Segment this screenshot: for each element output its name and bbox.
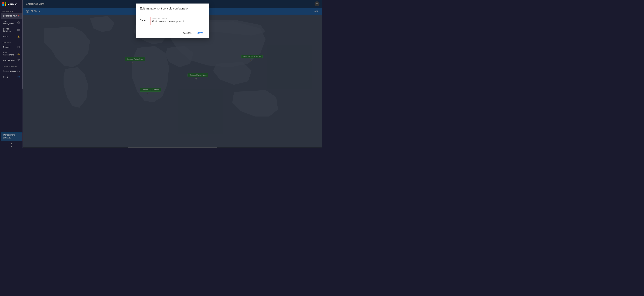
management-console-version: Version 22.3.4 [3,138,20,139]
admin-section-label: ADMINISTRATION [0,63,23,68]
save-button[interactable]: SAVE [196,31,205,36]
users-icon: 👥 [17,75,20,78]
nav-section-label: NAVIGATION [0,8,23,13]
ms-logo-blue [2,4,4,6]
sidebar-item-device-inventory[interactable]: Device Inventory [1,26,22,33]
site-management-label: Site Management [3,20,17,25]
modal-header: Edit management console configuration [136,4,210,13]
ms-logo-red [2,2,4,4]
microsoft-logo [2,2,6,6]
sidebar-item-users[interactable]: Users 👥 [1,74,22,80]
sidebar-scroll-down[interactable]: ▼ [0,145,23,148]
modal-title: Edit management console configuration [140,7,189,10]
warning-icon: ⚠️ [17,52,20,55]
site-icon [17,21,20,24]
enterprise-view-label: Enterprise View [3,15,17,17]
reports-label: Reports [3,46,17,48]
sidebar-item-alert-exclusion[interactable]: Alert Exclusion [1,58,22,63]
device-inventory-label: Device Inventory [3,28,17,32]
cancel-button[interactable]: CANCEL [181,31,194,36]
sidebar-item-management-console[interactable]: Management console Version 22.3.4 [1,132,22,141]
svg-rect-5 [19,30,20,31]
sidebar-item-enterprise-view[interactable]: Enterprise View 📍 [1,13,22,19]
sidebar-item-alerts[interactable]: Alerts 🔔 [1,34,22,39]
alerts-label: Alerts [3,36,17,38]
svg-point-10 [18,70,19,71]
sidebar-item-site-management[interactable]: Site Management [1,19,22,26]
name-input-wrapper: Management console [150,17,205,25]
app-logo: Microsoft [0,0,23,8]
sidebar: Microsoft NAVIGATION Enterprise View 📍 S… [0,0,23,148]
svg-rect-2 [18,29,18,30]
app-name: Microsoft [8,3,17,5]
ms-logo-green [4,2,6,4]
document-icon [17,46,20,48]
svg-rect-4 [18,30,18,31]
grid-icon [17,29,20,31]
map-pin-icon: 📍 [17,14,20,17]
access-groups-label: Access Groups [3,70,17,72]
name-input[interactable] [152,20,204,23]
input-placeholder: Management console [152,17,204,19]
modal-overlay[interactable]: Edit management console configuration Na… [23,0,322,148]
management-console-label: Management console [3,134,14,138]
modal: Edit management console configuration Na… [136,4,210,38]
modal-footer: CANCEL SAVE [136,29,210,38]
filter-icon [17,59,20,62]
group-icon [17,70,20,72]
analysis-section-label: ANALYSIS [0,40,23,44]
name-label: Name [140,17,147,22]
sidebar-item-risk-assessment[interactable]: Risk Assessment ⚠️ [1,50,22,57]
alert-exclusion-label: Alert Exclusion [3,59,17,61]
main-content: Enterprise View i All Sites ▾ ⊕ Ne [23,0,322,148]
sidebar-item-reports[interactable]: Reports [1,44,22,50]
risk-assessment-label: Risk Assessment [3,52,17,56]
bell-icon: 🔔 [17,35,20,38]
modal-body: Name Management console [136,13,210,29]
ms-logo-yellow [4,4,6,6]
sidebar-item-access-groups[interactable]: Access Groups [1,68,22,74]
users-label: Users [3,76,17,78]
sidebar-scroll-up[interactable]: ▲ [0,141,23,145]
svg-rect-3 [19,29,20,30]
